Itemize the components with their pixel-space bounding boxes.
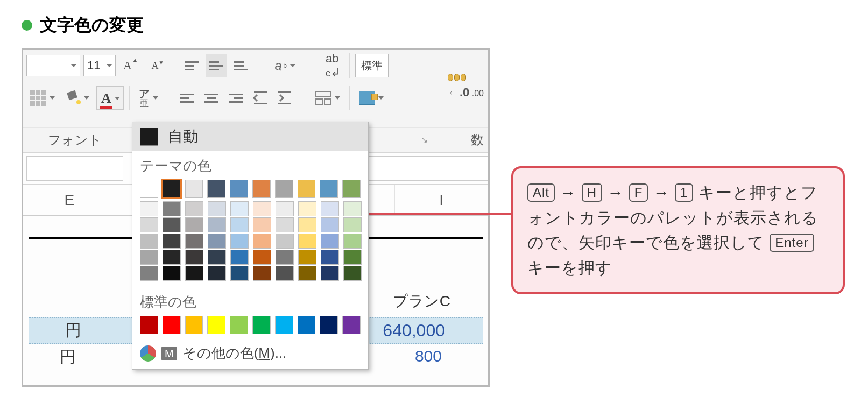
theme-color-swatch[interactable] bbox=[275, 180, 293, 198]
theme-shade-swatch[interactable] bbox=[253, 234, 271, 249]
theme-color-swatch[interactable] bbox=[185, 180, 203, 198]
theme-shade-swatch[interactable] bbox=[230, 201, 249, 216]
theme-shade-swatch[interactable] bbox=[185, 250, 203, 265]
font-name-combo[interactable] bbox=[26, 55, 80, 76]
theme-color-swatch[interactable] bbox=[207, 180, 225, 198]
theme-shade-swatch[interactable] bbox=[230, 234, 249, 249]
theme-shade-swatch[interactable] bbox=[163, 201, 181, 216]
theme-shade-swatch[interactable] bbox=[230, 250, 249, 265]
theme-shade-swatch[interactable] bbox=[321, 266, 339, 281]
theme-shade-swatch[interactable] bbox=[163, 250, 181, 265]
standard-color-swatch[interactable] bbox=[298, 316, 316, 334]
theme-shade-swatch[interactable] bbox=[321, 201, 339, 216]
standard-color-swatch[interactable] bbox=[320, 316, 338, 334]
theme-shade-swatch[interactable] bbox=[343, 266, 362, 281]
accounting-format-button[interactable] bbox=[355, 86, 387, 110]
standard-color-swatch[interactable] bbox=[207, 316, 225, 334]
standard-color-swatch[interactable] bbox=[163, 316, 181, 334]
wrap-text-button[interactable]: abc↲ bbox=[322, 54, 344, 77]
theme-shade-swatch[interactable] bbox=[276, 217, 294, 232]
auto-color-option[interactable]: 自動 bbox=[132, 122, 368, 151]
number-format-combo[interactable]: 標準 bbox=[355, 54, 389, 77]
col-header-e[interactable]: E bbox=[23, 185, 116, 215]
theme-shade-swatch[interactable] bbox=[253, 266, 271, 281]
theme-shade-swatch[interactable] bbox=[208, 201, 226, 216]
theme-shade-swatch[interactable] bbox=[208, 217, 226, 232]
theme-shade-swatch[interactable] bbox=[163, 217, 181, 232]
theme-shade-swatch[interactable] bbox=[185, 266, 203, 281]
theme-shade-swatch[interactable] bbox=[298, 266, 316, 281]
font-color-button[interactable]: A bbox=[96, 86, 124, 110]
increase-indent-button[interactable] bbox=[274, 86, 294, 110]
theme-shade-swatch[interactable] bbox=[343, 217, 362, 232]
theme-shade-swatch[interactable] bbox=[208, 250, 226, 265]
more-colors-option[interactable]: M その他の色(M)... bbox=[132, 340, 368, 365]
decrease-decimal-button[interactable]: ←.0 .00 bbox=[448, 86, 484, 100]
standard-color-swatch[interactable] bbox=[140, 316, 158, 334]
theme-color-swatch[interactable] bbox=[230, 180, 248, 198]
standard-color-swatch[interactable] bbox=[230, 316, 248, 334]
align-bottom-button[interactable] bbox=[230, 54, 252, 77]
name-box[interactable] bbox=[26, 156, 123, 181]
theme-color-swatch[interactable] bbox=[298, 180, 316, 198]
fill-color-button[interactable] bbox=[62, 86, 93, 110]
theme-shade-swatch[interactable] bbox=[208, 266, 226, 281]
theme-shade-swatch[interactable] bbox=[298, 250, 316, 265]
align-center-button[interactable] bbox=[201, 86, 222, 110]
theme-shade-swatch[interactable] bbox=[253, 217, 271, 232]
theme-color-swatch[interactable] bbox=[163, 180, 181, 198]
theme-shade-swatch[interactable] bbox=[321, 217, 339, 232]
grow-font-button[interactable]: A▲ bbox=[119, 54, 143, 77]
theme-shade-swatch[interactable] bbox=[185, 201, 203, 216]
theme-shade-swatch[interactable] bbox=[321, 234, 339, 249]
theme-shade-swatch[interactable] bbox=[343, 250, 362, 265]
theme-shade-swatch[interactable] bbox=[185, 234, 203, 249]
theme-shade-swatch[interactable] bbox=[140, 250, 158, 265]
theme-shade-swatch[interactable] bbox=[276, 266, 294, 281]
decrease-indent-button[interactable] bbox=[250, 86, 271, 110]
theme-color-swatch[interactable] bbox=[140, 180, 158, 198]
theme-shade-swatch[interactable] bbox=[230, 266, 249, 281]
theme-shade-swatch[interactable] bbox=[298, 234, 316, 249]
standard-color-swatch[interactable] bbox=[252, 316, 271, 334]
theme-shade-swatch[interactable] bbox=[230, 217, 249, 232]
standard-color-swatch[interactable] bbox=[342, 316, 361, 334]
theme-shade-swatch[interactable] bbox=[276, 250, 294, 265]
merge-cells-button[interactable] bbox=[312, 86, 344, 110]
theme-color-swatch[interactable] bbox=[320, 180, 338, 198]
align-top-button[interactable] bbox=[181, 54, 202, 77]
theme-shade-swatch[interactable] bbox=[163, 234, 181, 249]
col-header-i[interactable]: I bbox=[395, 185, 488, 215]
standard-color-swatch[interactable] bbox=[275, 316, 293, 334]
theme-shade-swatch[interactable] bbox=[185, 217, 203, 232]
standard-color-swatch[interactable] bbox=[185, 316, 203, 334]
shrink-font-button[interactable]: A▼ bbox=[146, 54, 170, 77]
theme-color-swatch[interactable] bbox=[342, 180, 361, 198]
align-right-button[interactable] bbox=[225, 86, 247, 110]
theme-shade-swatch[interactable] bbox=[208, 234, 226, 249]
theme-shade-swatch[interactable] bbox=[298, 201, 316, 216]
font-size-combo[interactable]: 11 bbox=[83, 55, 116, 76]
align-middle-button[interactable] bbox=[206, 54, 227, 77]
theme-color-swatch[interactable] bbox=[252, 180, 271, 198]
align-left-button[interactable] bbox=[176, 86, 197, 110]
cell-plan-c[interactable]: プランC bbox=[393, 291, 450, 312]
font-dialog-launcher[interactable]: ↘ bbox=[421, 136, 428, 144]
orientation-button[interactable]: ab bbox=[271, 54, 299, 77]
theme-shade-swatch[interactable] bbox=[298, 217, 316, 232]
theme-shade-swatch[interactable] bbox=[253, 250, 271, 265]
theme-shade-swatch[interactable] bbox=[140, 201, 158, 216]
theme-shade-swatch[interactable] bbox=[253, 201, 271, 216]
theme-shade-swatch[interactable] bbox=[343, 201, 362, 216]
currency-icon[interactable] bbox=[448, 74, 466, 81]
theme-shade-swatch[interactable] bbox=[343, 234, 362, 249]
theme-shade-swatch[interactable] bbox=[276, 234, 294, 249]
borders-button[interactable] bbox=[26, 86, 59, 110]
theme-shade-swatch[interactable] bbox=[140, 266, 158, 281]
theme-shade-swatch[interactable] bbox=[140, 234, 158, 249]
theme-shade-swatch[interactable] bbox=[276, 201, 294, 216]
phonetic-button[interactable]: ア亜 bbox=[135, 86, 162, 110]
theme-shade-swatch[interactable] bbox=[140, 217, 158, 232]
theme-shade-swatch[interactable] bbox=[321, 250, 339, 265]
theme-shade-swatch[interactable] bbox=[163, 266, 181, 281]
